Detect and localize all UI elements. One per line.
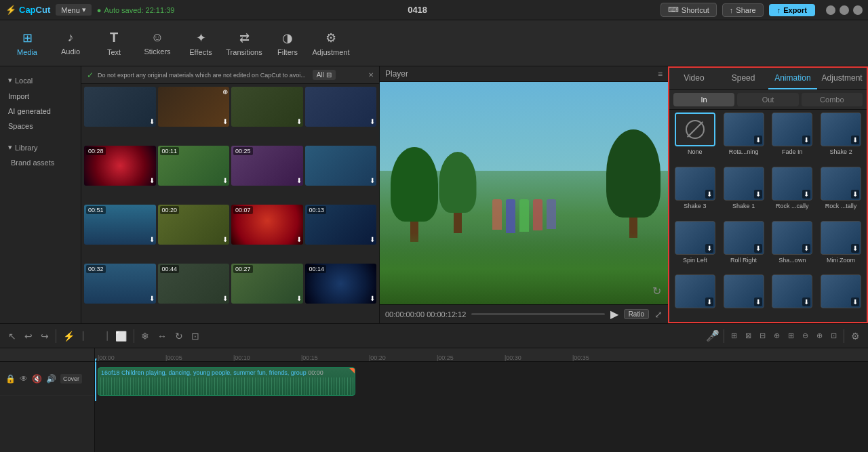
media-thumb-12[interactable]: 00:13 ⬇ bbox=[305, 205, 377, 245]
delete-segment-button[interactable]: ⬜ bbox=[113, 329, 130, 343]
player-menu-icon[interactable]: ≡ bbox=[658, 69, 663, 79]
tab-animation[interactable]: Animation bbox=[768, 68, 818, 89]
notice-close-icon[interactable]: ✕ bbox=[368, 71, 374, 79]
local-label: Local bbox=[15, 77, 33, 85]
media-thumb-4[interactable]: ⬇ bbox=[305, 87, 377, 127]
anim-rotating[interactable]: Rota...ning bbox=[721, 112, 767, 164]
playhead-bar[interactable] bbox=[471, 313, 604, 315]
connect1-button[interactable]: ⊞ bbox=[728, 330, 740, 342]
anim-shake2[interactable]: Shake 2 bbox=[818, 112, 864, 164]
all-button[interactable]: All ⊟ bbox=[313, 70, 336, 80]
anim-spin-left[interactable]: Spin Left bbox=[672, 221, 718, 272]
anim-mini-zoom-label: Mini Zoom bbox=[827, 257, 855, 264]
media-thumb-5[interactable]: 00:28 ⬇ bbox=[84, 146, 156, 186]
freeze-button[interactable]: ❄ bbox=[138, 329, 152, 343]
media-thumb-6[interactable]: 00:11 ⬇ bbox=[158, 146, 230, 186]
tool-stickers[interactable]: ☺ Stickers bbox=[137, 23, 178, 64]
video-clip[interactable]: 16of18 Children playing, dancing, young … bbox=[98, 367, 355, 396]
anim-shake1[interactable]: Shake 1 bbox=[721, 167, 767, 218]
nav-brand-assets[interactable]: Brand assets bbox=[0, 156, 81, 169]
anim-shadow[interactable]: Sha...own bbox=[770, 221, 816, 272]
media-thumb-15[interactable]: 00:27 ⬇ bbox=[231, 264, 303, 304]
mirror-button[interactable]: ↔ bbox=[155, 329, 170, 343]
anim-extra4[interactable] bbox=[818, 274, 864, 319]
video-frame bbox=[380, 82, 668, 304]
subtab-out[interactable]: Out bbox=[737, 93, 798, 106]
split-end-button[interactable]: ⎹ bbox=[96, 329, 110, 343]
connect2-button[interactable]: ⊠ bbox=[743, 330, 754, 342]
media-thumb-10[interactable]: 00:20 ⬇ bbox=[158, 205, 230, 245]
tool-transitions[interactable]: ⇄ Transitions bbox=[224, 23, 264, 64]
tab-video[interactable]: Video bbox=[669, 68, 719, 89]
zoom-out-button[interactable]: ⊖ bbox=[800, 330, 811, 342]
media-thumb-7[interactable]: 00:25 ⬇ bbox=[231, 146, 303, 186]
tool-text[interactable]: T Text bbox=[94, 23, 134, 64]
anim-rock-tally[interactable]: Rock ...tally bbox=[818, 167, 864, 218]
local-header[interactable]: ▾ Local bbox=[8, 76, 73, 85]
fit-button[interactable]: ⊡ bbox=[828, 330, 840, 342]
media-thumb-2[interactable]: ⬇ ⊕ bbox=[158, 87, 230, 127]
anim-none[interactable]: None bbox=[672, 112, 718, 164]
connect3-button[interactable]: ⊟ bbox=[757, 330, 768, 342]
maximize-button[interactable] bbox=[840, 5, 849, 15]
anim-thumb-shake2 bbox=[821, 112, 861, 146]
library-header[interactable]: ▾ Library bbox=[8, 143, 73, 152]
media-thumb-3[interactable]: ⬇ bbox=[231, 87, 303, 127]
rotate-button[interactable]: ↻ bbox=[172, 329, 186, 343]
undo-button[interactable]: ↩ bbox=[22, 329, 35, 343]
media-thumb-14[interactable]: 00:44 ⬇ bbox=[158, 264, 230, 304]
anim-shake3[interactable]: Shake 3 bbox=[672, 167, 718, 218]
fullscreen-icon[interactable]: ⤢ bbox=[654, 309, 663, 320]
tool-filters[interactable]: ◑ Filters bbox=[267, 23, 308, 64]
nav-import[interactable]: Import bbox=[0, 89, 81, 104]
tab-speed[interactable]: Speed bbox=[719, 68, 768, 89]
nav-spaces[interactable]: Spaces bbox=[0, 119, 81, 133]
redo-button[interactable]: ↪ bbox=[38, 329, 52, 343]
anim-mini-zoom[interactable]: Mini Zoom bbox=[818, 221, 864, 272]
add-track-button[interactable]: ⊕ bbox=[771, 330, 783, 342]
anim-extra2[interactable] bbox=[721, 274, 767, 319]
download-icon-15: ⬇ bbox=[296, 295, 302, 302]
settings-button[interactable]: ⚙ bbox=[848, 329, 863, 343]
anim-none-label: None bbox=[688, 148, 703, 155]
anim-extra1[interactable] bbox=[672, 274, 718, 319]
anim-extra3[interactable] bbox=[770, 274, 816, 319]
download-icon-4: ⬇ bbox=[370, 118, 375, 125]
anim-rock-cally[interactable]: Rock ...cally bbox=[770, 167, 816, 218]
tool-effects[interactable]: ✦ Effects bbox=[180, 23, 221, 64]
close-button[interactable] bbox=[853, 5, 863, 15]
shortcut-button[interactable]: ⌨ Shortcut bbox=[660, 3, 717, 17]
media-thumb-13[interactable]: 00:32 ⬇ bbox=[84, 264, 156, 304]
tool-filters-label: Filters bbox=[277, 48, 298, 56]
anim-roll-right[interactable]: Roll Right bbox=[721, 221, 767, 272]
microphone-button[interactable]: 🎤 bbox=[706, 329, 719, 342]
expand-button[interactable]: ⊞ bbox=[785, 330, 797, 342]
media-thumb-1[interactable]: ⬇ bbox=[84, 87, 156, 127]
tool-audio[interactable]: ♪ Audio bbox=[50, 23, 91, 64]
rotation-icon[interactable]: ↻ bbox=[652, 285, 661, 297]
crop-button[interactable]: ⊡ bbox=[189, 329, 202, 343]
subtab-combo[interactable]: Combo bbox=[802, 93, 863, 106]
media-thumb-9[interactable]: 00:51 ⬇ bbox=[84, 205, 156, 245]
anim-thumb-none bbox=[675, 112, 715, 146]
media-thumb-16[interactable]: 00:14 ⬇ bbox=[305, 264, 377, 304]
split-start-button[interactable]: ⎸ bbox=[80, 329, 94, 343]
media-thumb-8[interactable]: ⬇ bbox=[305, 146, 377, 186]
ratio-button[interactable]: Ratio bbox=[624, 309, 649, 319]
zoom-in-button[interactable]: ⊕ bbox=[814, 330, 825, 342]
media-thumb-11[interactable]: 00:07 ⬇ bbox=[231, 205, 303, 245]
track-lock-icon: 🔒 bbox=[5, 374, 16, 384]
tool-media[interactable]: ⊞ Media bbox=[7, 23, 47, 64]
nav-ai-generated[interactable]: AI generated bbox=[0, 104, 81, 119]
menu-button[interactable]: Menu ▾ bbox=[56, 4, 92, 16]
split-button[interactable]: ⚡ bbox=[60, 329, 77, 343]
subtab-in[interactable]: In bbox=[673, 93, 734, 106]
export-button[interactable]: ↑ Export bbox=[769, 4, 815, 16]
tab-adjustment[interactable]: Adjustment bbox=[817, 68, 867, 89]
tool-adjustment[interactable]: ⚙ Adjustment bbox=[311, 23, 351, 64]
play-button[interactable]: ▶ bbox=[610, 308, 618, 321]
select-tool-button[interactable]: ↖ bbox=[5, 329, 19, 343]
minimize-button[interactable] bbox=[826, 5, 835, 15]
anim-fade-in[interactable]: Fade In bbox=[770, 112, 816, 164]
share-button[interactable]: ↑ Share bbox=[722, 3, 764, 17]
